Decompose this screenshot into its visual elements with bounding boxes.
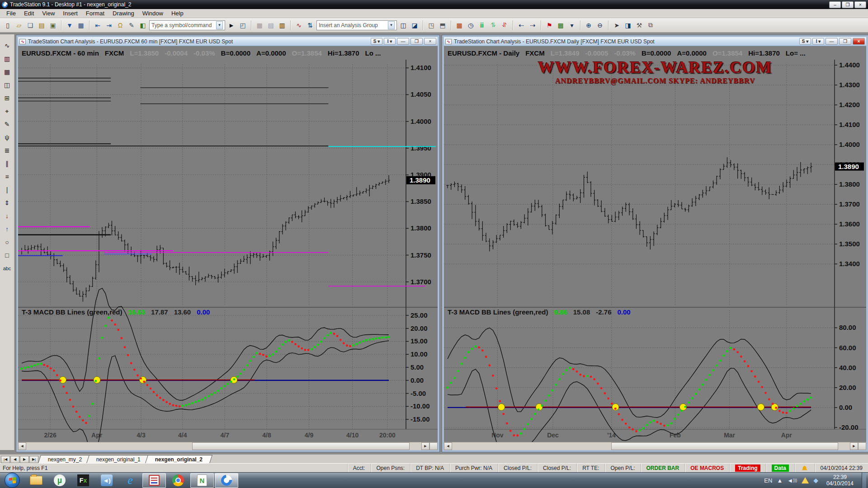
style-matrix-icon[interactable]: ▩ — [556, 20, 566, 30]
window-restore-button[interactable]: ❐ — [839, 38, 851, 45]
export-chart-icon[interactable]: ⬒ — [438, 20, 448, 30]
format-painter-icon[interactable]: ✎ — [127, 20, 137, 30]
status-field-2[interactable]: DT BP: N/A — [410, 464, 449, 472]
trend-lines-tool[interactable]: ▥ — [2, 54, 13, 64]
bar-forward-icon[interactable]: ⇢ — [528, 20, 538, 30]
up-arrow-tool[interactable]: ↑ — [2, 224, 13, 234]
pencil-tool[interactable]: ✎ — [2, 119, 13, 129]
scroll-grip[interactable] — [429, 442, 438, 450]
interval-i-button[interactable]: I ▾ — [812, 38, 824, 45]
zoom-in-icon[interactable]: ⊕ — [584, 20, 594, 30]
rectangle-tool[interactable]: □ — [2, 250, 13, 260]
tools-icon[interactable]: ⚒ — [634, 20, 644, 30]
app-maximize-button[interactable]: ❐ — [842, 1, 854, 8]
candle-up-icon[interactable]: ⥮ — [488, 20, 498, 30]
chart-window-daily[interactable]: ∿ TradeStation Chart Analysis - EURUSD.F… — [442, 35, 868, 452]
volume-icon[interactable]: ◄))) — [787, 477, 797, 484]
colors-icon[interactable]: ◧ — [138, 20, 148, 30]
window-chart2-icon[interactable]: ◪ — [410, 20, 420, 30]
chart-hscrollbar[interactable]: ◄ ► — [18, 442, 438, 450]
print-icon[interactable]: ▦ — [76, 20, 86, 30]
new-document-icon[interactable]: ▯ — [3, 20, 13, 30]
symbol-input[interactable]: Type a symbol/command▼ — [149, 20, 225, 30]
start-button[interactable] — [5, 473, 20, 488]
clipboard-icon[interactable]: ▣ — [48, 20, 58, 30]
scroll-track[interactable] — [26, 442, 421, 450]
save-icon[interactable]: ▼ — [65, 20, 75, 30]
chart-hscrollbar[interactable]: ◄ ► — [444, 442, 866, 450]
analysis-group-input[interactable]: Insert an Analysis Group▼ — [316, 20, 397, 30]
crosshair-tool[interactable]: ⌖ — [2, 106, 13, 116]
menu-drawing[interactable]: Drawing — [109, 9, 138, 18]
window-restore-button[interactable]: ❐ — [410, 38, 423, 45]
status-field-5[interactable]: Closed P/L: — [537, 464, 576, 472]
window-titlebar[interactable]: ∿ TradeStation Chart Analysis - EURUSD.F… — [18, 37, 438, 46]
taskbar-app-fxcm[interactable]: Fx — [71, 473, 95, 488]
dropdown-icon[interactable]: ▾ — [567, 20, 577, 30]
scroll-right-icon[interactable]: ► — [421, 442, 429, 450]
horizontal-line-tool[interactable]: ≡ — [2, 172, 13, 182]
calendar-icon[interactable]: ▦ — [454, 20, 464, 30]
app-close-button[interactable]: × — [854, 1, 866, 8]
split-chart-tool[interactable]: ◫ — [2, 80, 13, 90]
scroll-right-icon[interactable]: ► — [850, 442, 858, 450]
list-grid-icon[interactable]: ▥ — [277, 20, 287, 30]
menu-edit[interactable]: Edit — [20, 9, 38, 18]
text-tool[interactable]: abc — [2, 263, 13, 273]
pitchfork-tool[interactable]: ψ — [2, 132, 13, 142]
scroll-thumb[interactable] — [192, 442, 410, 450]
page-setup-icon[interactable]: ⇤ — [93, 20, 103, 30]
pointer-icon[interactable]: ➤ — [612, 20, 622, 30]
taskbar-app-tradestation[interactable] — [215, 473, 238, 488]
tray-clock[interactable]: 22:39 04/10/2014 — [823, 474, 857, 487]
window-close-button[interactable]: × — [853, 38, 865, 45]
status-field-12[interactable] — [794, 464, 815, 472]
menu-view[interactable]: View — [38, 9, 58, 18]
taskbar-app-save-tool[interactable] — [142, 473, 166, 488]
matrix-grid-icon[interactable]: ▤ — [266, 20, 276, 30]
status-field-13[interactable]: 04/10/2014 22:39 — [815, 464, 868, 472]
status-field-8[interactable]: ORDER BAR — [641, 464, 685, 472]
scroll-left-icon[interactable]: ◄ — [444, 442, 452, 450]
clock-icon[interactable]: ◷ — [466, 20, 476, 30]
menu-window[interactable]: Window — [139, 9, 167, 18]
symbol-lookup-icon[interactable]: ◰ — [238, 20, 248, 30]
status-field-4[interactable]: Closed P/L: — [498, 464, 537, 472]
dropbox-icon[interactable]: ◆ — [813, 477, 818, 484]
snapshot-icon[interactable]: ◳ — [426, 20, 436, 30]
combo-dropdown-icon[interactable]: ▼ — [216, 21, 223, 29]
scroll-track[interactable] — [452, 442, 850, 450]
sort-icon[interactable]: ⇅ — [305, 20, 315, 30]
window-minimize-button[interactable]: — — [397, 38, 409, 45]
chart-canvas-60min[interactable]: 2/26Apr4/34/44/74/84/94/1020:001.41001.4… — [18, 46, 438, 443]
open-workspace-icon[interactable]: ▱ — [14, 20, 24, 30]
scroll-grip[interactable] — [858, 442, 866, 450]
workspace-tab-nexgen_original_2[interactable]: nexgen_original_2 — [146, 455, 213, 463]
language-indicator[interactable]: EN — [764, 477, 772, 484]
tray-expand-icon[interactable]: ▲ — [777, 477, 783, 484]
bar-back-icon[interactable]: ⇠ — [516, 20, 526, 30]
interval-i-button[interactable]: I ▾ — [384, 38, 396, 45]
status-field-9[interactable]: OE MACROS — [684, 464, 729, 472]
workspace-tab-nexgen_original_1[interactable]: nexgen_original_1 — [86, 455, 151, 463]
tab-last-icon[interactable]: ▶| — [29, 456, 38, 463]
chart-wave-icon[interactable]: ∿ — [294, 20, 304, 30]
vertical-line-tool[interactable]: | — [2, 185, 13, 195]
window-minimize-button[interactable]: — — [826, 38, 838, 45]
fib-time-tool[interactable]: ∥ — [2, 159, 13, 169]
status-field-0[interactable]: Acct: — [347, 464, 371, 472]
window-chart-icon[interactable]: ◫ — [398, 20, 408, 30]
pattern-tool[interactable]: ⊞ — [2, 93, 13, 103]
copy-window-icon[interactable]: ❏ — [25, 20, 35, 30]
taskbar-app-utorrent[interactable]: µ — [48, 473, 71, 488]
workspace-tab-nexgen_my_2[interactable]: nexgen_my_2 — [38, 455, 92, 463]
app-minimize-button[interactable]: – — [829, 1, 841, 8]
tab-next-icon[interactable]: ▶ — [20, 456, 29, 463]
status-field-1[interactable]: Open Psns: — [371, 464, 410, 472]
updown-arrow-tool[interactable]: ⇕ — [2, 198, 13, 208]
zoom-out-icon[interactable]: ⊖ — [595, 20, 605, 30]
down-arrow-tool[interactable]: ↓ — [2, 211, 13, 221]
taskbar-app-internet-explorer[interactable]: e — [118, 473, 142, 488]
lock-icon[interactable]: Ω — [115, 20, 125, 30]
interval-bars-icon[interactable]: ⅲ — [477, 20, 487, 30]
